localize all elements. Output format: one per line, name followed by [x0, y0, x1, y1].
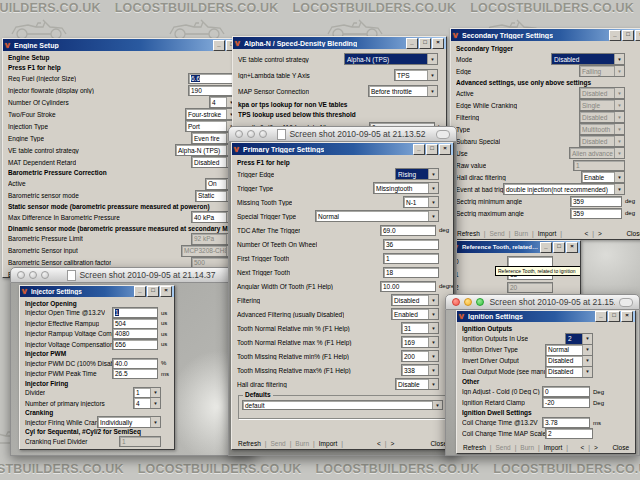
- minimize-icon[interactable]: _: [413, 144, 425, 155]
- dropdown[interactable]: Enable▼: [581, 171, 625, 183]
- next-button[interactable]: >: [388, 440, 398, 447]
- dropdown[interactable]: TPS▼: [394, 69, 438, 81]
- zoom-traffic-light[interactable]: [476, 298, 484, 306]
- minimize-traffic-light[interactable]: [247, 130, 255, 138]
- close-button[interactable]: Close: [609, 444, 632, 451]
- import-button[interactable]: Import: [316, 440, 340, 447]
- text-input[interactable]: 0: [542, 386, 590, 397]
- close-icon[interactable]: ×: [439, 144, 451, 155]
- close-traffic-light[interactable]: [452, 298, 460, 306]
- close-icon[interactable]: ×: [635, 30, 640, 41]
- close-icon[interactable]: ×: [621, 311, 633, 322]
- text-input[interactable]: 190: [188, 85, 234, 96]
- text-input[interactable]: 359: [570, 208, 622, 219]
- text-input[interactable]: 40.0: [112, 358, 158, 369]
- close-icon[interactable]: ×: [160, 286, 172, 297]
- dropdown[interactable]: Individually▼: [97, 416, 161, 428]
- window-title: Ignition Settings: [468, 313, 523, 320]
- prev-button[interactable]: <: [374, 440, 384, 447]
- import-button[interactable]: Import: [541, 444, 565, 451]
- refresh-button[interactable]: Refresh: [454, 230, 483, 237]
- toolbar-pill-icon[interactable]: [619, 298, 633, 307]
- dropdown[interactable]: Disabled▼: [545, 366, 593, 378]
- text-input[interactable]: 359: [570, 196, 622, 207]
- defaults-dropdown[interactable]: default▼: [242, 400, 443, 410]
- prev-button[interactable]: <: [582, 230, 592, 237]
- dropdown[interactable]: Enabled▼: [391, 308, 439, 320]
- secondary-trigger-titlebar[interactable]: V Secondary Trigger Settings _ □ ×: [451, 29, 640, 41]
- dropdown[interactable]: 169▼: [401, 336, 439, 348]
- dropdown[interactable]: Missingtooth▼: [373, 182, 439, 194]
- minimize-icon[interactable]: _: [540, 242, 552, 253]
- dropdown[interactable]: Disable▼: [395, 378, 439, 390]
- maximize-icon[interactable]: □: [622, 30, 634, 41]
- ignition-titlebar[interactable]: V Ignition Settings _ □ ×: [457, 311, 635, 322]
- dropdown[interactable]: Four-stroke▼: [185, 108, 237, 120]
- minimize-icon[interactable]: _: [213, 40, 225, 51]
- dropdown[interactable]: N-1▼: [403, 196, 439, 208]
- mac-titlebar[interactable]: Screen shot 2010-09-05 at 21.15.04: [445, 294, 640, 310]
- text-input[interactable]: 18: [383, 267, 439, 278]
- mac-titlebar[interactable]: Screen shot 2010-09-05 at 21.14.37: [10, 267, 255, 283]
- dropdown[interactable]: 338▼: [401, 364, 439, 376]
- dropdown[interactable]: Disabled▼: [391, 294, 439, 306]
- close-traffic-light[interactable]: [235, 130, 243, 138]
- maximize-icon[interactable]: □: [147, 286, 159, 297]
- text-input[interactable]: 2: [545, 428, 593, 439]
- dropdown[interactable]: double injection(not recommended)▼: [503, 183, 625, 195]
- engine-setup-titlebar[interactable]: V Engine Setup _ □ ×: [3, 39, 253, 51]
- text-input[interactable]: 1: [383, 253, 439, 264]
- mac-titlebar[interactable]: Screen shot 2010-09-05 at 21.13.52: [228, 126, 457, 142]
- import-button[interactable]: Import: [535, 230, 559, 237]
- text-input[interactable]: 10.00: [380, 281, 436, 292]
- injector-titlebar[interactable]: V Injector Settings _ □ ×: [20, 286, 174, 297]
- refresh-button[interactable]: Refresh: [235, 440, 264, 447]
- dropdown[interactable]: Rising▼: [395, 168, 439, 180]
- maximize-icon[interactable]: □: [553, 242, 565, 253]
- minimize-traffic-light[interactable]: [464, 298, 472, 306]
- text-input[interactable]: 3.78: [542, 417, 590, 428]
- alpha-n-titlebar[interactable]: V Alpha-N / Speed-Density Blending _ □ ×: [233, 37, 446, 49]
- window-title: Secondary Trigger Settings: [462, 32, 553, 39]
- dropdown[interactable]: Before throttle▼: [368, 85, 438, 97]
- dropdown[interactable]: Alpha-N (TPS)▼: [344, 53, 438, 65]
- text-input[interactable]: 1: [112, 307, 158, 318]
- reference-tooth-titlebar[interactable]: V Reference Tooth, related to ignitio...…: [451, 241, 580, 253]
- next-button[interactable]: >: [591, 444, 601, 451]
- zoom-traffic-light[interactable]: [259, 130, 267, 138]
- primary-trigger-titlebar[interactable]: V Primary Trigger Settings _ □ ×: [232, 143, 453, 155]
- text-input[interactable]: 4080: [112, 328, 158, 339]
- text-input[interactable]: 36: [383, 239, 439, 250]
- close-icon[interactable]: ×: [432, 38, 444, 49]
- text-input[interactable]: 69.0: [380, 225, 436, 236]
- dropdown[interactable]: 4▼: [133, 397, 161, 409]
- minimize-icon[interactable]: _: [134, 286, 146, 297]
- minimize-traffic-light[interactable]: [29, 271, 37, 279]
- close-traffic-light[interactable]: [17, 271, 25, 279]
- dropdown[interactable]: Normal▼: [315, 210, 439, 222]
- dropdown[interactable]: Disabled▼: [551, 53, 625, 65]
- injector-settings-window: V Injector Settings _ □ × Injector Openi…: [19, 285, 175, 450]
- minimize-icon[interactable]: _: [609, 30, 621, 41]
- next-button[interactable]: >: [595, 230, 605, 237]
- zoom-traffic-light[interactable]: [41, 271, 49, 279]
- text-input[interactable]: 504: [112, 318, 158, 329]
- dropdown: Disabled▼: [579, 87, 625, 99]
- maximize-icon[interactable]: □: [608, 311, 620, 322]
- maximize-icon[interactable]: □: [426, 144, 438, 155]
- dropdown[interactable]: 31▼: [401, 322, 439, 334]
- minimize-icon[interactable]: _: [406, 38, 418, 49]
- refresh-button[interactable]: Refresh: [460, 444, 489, 451]
- prev-button[interactable]: <: [578, 444, 588, 451]
- close-button[interactable]: Close: [623, 230, 640, 237]
- text-input[interactable]: 6.6: [188, 73, 234, 84]
- minimize-icon[interactable]: _: [595, 311, 607, 322]
- close-icon[interactable]: ×: [566, 242, 578, 253]
- field-label: Two/Four Stroke: [8, 111, 56, 118]
- text-input[interactable]: -20: [542, 397, 590, 408]
- maximize-icon[interactable]: □: [419, 38, 431, 49]
- dropdown[interactable]: 200▼: [401, 350, 439, 362]
- toolbar-pill-icon[interactable]: [436, 130, 450, 139]
- text-input[interactable]: 656: [112, 339, 158, 350]
- text-input[interactable]: 26.5: [112, 368, 158, 379]
